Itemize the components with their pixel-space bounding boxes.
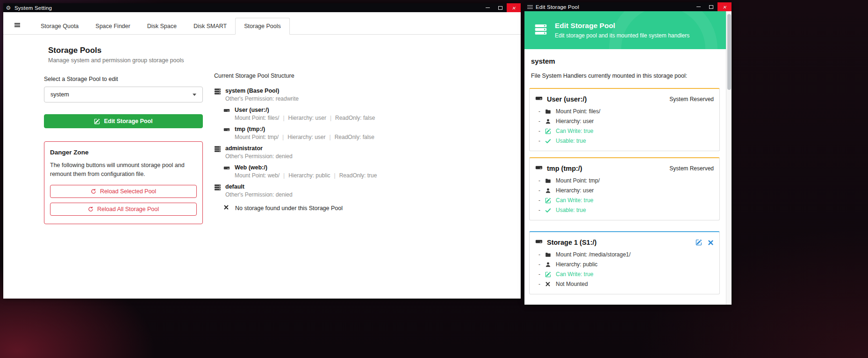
drive-icon	[535, 238, 543, 247]
tab-disk-space[interactable]: Disk Space	[139, 18, 185, 34]
reload-all-pool-button[interactable]: Reload All Storage Pool	[50, 203, 197, 216]
pool-select-label: Select a Storage Pool to edit	[44, 76, 203, 82]
edit-storage-pool-button[interactable]: Edit Storage Pool	[44, 114, 203, 128]
edit-storage-pool-label: Edit Storage Pool	[104, 118, 152, 124]
tab-storage-quota[interactable]: Storage Quota	[32, 18, 87, 34]
refresh-icon	[91, 189, 96, 194]
window-body: Storage Quota Space Finder Disk Space Di…	[3, 12, 521, 299]
panel-title: Edit Storage Pool	[555, 22, 689, 30]
pool-permission: Other's Permission: denied	[225, 153, 293, 160]
remove-handler-button[interactable]	[707, 239, 714, 246]
app-gear-icon: ⚙	[3, 5, 14, 11]
list-icon	[524, 5, 535, 9]
handler-details: Mount Point: files/Hierarchy: userReadOn…	[235, 115, 375, 121]
danger-zone-panel: Danger Zone The following buttons will u…	[44, 141, 203, 224]
drive-icon	[223, 126, 230, 140]
tree-pool-default: default Other's Permission: denied No st…	[214, 183, 507, 212]
page-title: Storage Pools	[48, 46, 203, 55]
pool-controls-column: Storage Pools Manage system and permissi…	[44, 46, 203, 224]
can-write-item: Can Write: true	[538, 197, 714, 204]
maximize-button[interactable]	[494, 3, 507, 12]
user-icon	[545, 188, 552, 194]
pool-permission: Other's Permission: denied	[225, 191, 293, 198]
mount-point-item: Mount Point: files/	[538, 108, 714, 115]
folder-icon	[545, 178, 552, 184]
usable-item: Usable: true	[538, 138, 714, 144]
refresh-icon	[88, 206, 93, 212]
panel-description: File System Handlers currently mounted i…	[531, 73, 720, 79]
handler-name: User (user:/)	[235, 107, 375, 113]
tab-space-finder[interactable]: Space Finder	[87, 18, 138, 34]
selected-pool-name: system	[531, 57, 720, 65]
reload-all-pool-label: Reload All Storage Pool	[97, 206, 159, 212]
fs-card-user: User (user:/) System Reserved Mount Poin…	[529, 88, 720, 151]
separator	[279, 134, 287, 140]
fs-card-title: Storage 1 (S1:/)	[547, 239, 596, 246]
separator	[330, 172, 339, 179]
tree-handler-tmp: tmp (tmp:/) Mount Point: tmp/Hierarchy: …	[223, 126, 507, 140]
folder-icon	[545, 109, 552, 115]
cross-icon	[545, 281, 552, 287]
vertical-scrollbar[interactable]	[726, 11, 732, 305]
danger-zone-text: The following buttons will unmount stora…	[50, 161, 197, 179]
pool-select[interactable]: system	[44, 87, 203, 102]
storage-pools-page: Storage Pools Manage system and permissi…	[3, 35, 521, 224]
minimize-button[interactable]	[692, 2, 705, 11]
user-icon	[545, 118, 552, 124]
separator	[326, 134, 335, 140]
storage-pool-icon	[214, 184, 221, 198]
fs-card-title: tmp (tmp:/)	[547, 165, 582, 172]
drive-icon	[535, 164, 543, 173]
can-write-item: Can Write: true	[538, 128, 714, 134]
fs-card-storage1: Storage 1 (S1:/) Mount Point: /media/sto…	[529, 231, 720, 294]
pool-permission: Other's Permission: readwrite	[225, 95, 299, 102]
separator	[279, 115, 288, 121]
tree-pool-system: system (Base Pool) Other's Permission: r…	[214, 88, 507, 140]
folder-icon	[545, 252, 552, 258]
fs-card-tmp: tmp (tmp:/) System Reserved Mount Point:…	[529, 157, 720, 220]
titlebar: Edit Storage Pool	[524, 2, 732, 11]
storage-pool-icon	[214, 146, 221, 160]
tree-handler-web: Web (web:/) Mount Point: web/Hierarchy: …	[223, 164, 507, 179]
user-icon	[545, 262, 552, 268]
minimize-button[interactable]	[481, 3, 494, 12]
usable-item: Usable: true	[538, 207, 714, 213]
edit-handler-button[interactable]	[696, 239, 702, 246]
window-title: Edit Storage Pool	[535, 4, 692, 10]
hamburger-icon	[14, 22, 20, 27]
can-write-item: Can Write: true	[538, 271, 714, 278]
panel-subtitle: Edit storage pool and its mounted file s…	[555, 32, 689, 39]
drive-icon	[223, 165, 230, 179]
not-mounted-item: Not Mounted	[538, 281, 714, 287]
pool-name: system (Base Pool)	[225, 88, 299, 94]
hierarchy-item: Hierarchy: user	[538, 187, 714, 194]
handler-details: Mount Point: web/Hierarchy: publicReadOn…	[235, 172, 377, 179]
pool-name: default	[225, 183, 293, 190]
handler-details: Mount Point: tmp/Hierarchy: userReadOnly…	[235, 134, 374, 140]
reload-selected-pool-button[interactable]: Reload Selected Pool	[50, 185, 197, 198]
pool-select-value: system	[50, 91, 69, 98]
pool-name: administrator	[225, 145, 293, 152]
empty-pool-text: No storage found under this Storage Pool	[235, 205, 343, 212]
close-button[interactable]	[507, 3, 521, 12]
tab-storage-pools[interactable]: Storage Pools	[235, 18, 290, 35]
maximize-button[interactable]	[705, 2, 717, 11]
tree-handler-user: User (user:/) Mount Point: files/Hierarc…	[223, 107, 507, 121]
menu-button[interactable]	[14, 21, 20, 29]
close-button[interactable]	[717, 2, 732, 11]
empty-pool-row: No storage found under this Storage Pool	[223, 205, 507, 212]
storage-pool-icon	[214, 88, 221, 102]
hierarchy-item: Hierarchy: user	[538, 118, 714, 124]
edit-storage-pool-window: Edit Storage Pool Edit Storage Pool Edit…	[524, 2, 732, 305]
panel-body: system File System Handlers currently mo…	[524, 57, 726, 294]
reload-selected-pool-label: Reload Selected Pool	[100, 188, 156, 195]
fs-card-title: User (user:/)	[547, 95, 587, 103]
edit-icon	[545, 128, 552, 134]
mount-point-item: Mount Point: /media/storage1/	[538, 251, 714, 258]
drive-icon	[535, 95, 543, 104]
check-icon	[545, 138, 552, 144]
structure-title: Current Storage Pool Structure	[214, 73, 507, 79]
tab-disk-smart[interactable]: Disk SMART	[185, 18, 235, 34]
system-reserved-badge: System Reserved	[669, 96, 714, 102]
scrollbar-thumb[interactable]	[727, 14, 731, 90]
